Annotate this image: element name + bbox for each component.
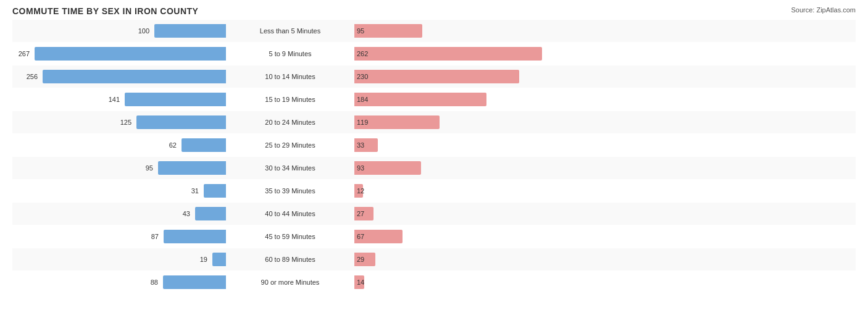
chart-area: 100 Less than 5 Minutes 95 267 5 to 9 Mi… [12, 20, 856, 275]
male-value: 31 [191, 187, 199, 195]
male-bar [204, 184, 226, 198]
left-bar-wrapper: 19 [12, 253, 228, 266]
left-bar-wrapper: 87 [12, 230, 228, 243]
female-bar [354, 93, 486, 106]
female-value: 27 [357, 210, 364, 217]
right-bar-wrapper: 12 [352, 184, 568, 198]
row-label: Less than 5 Minutes [228, 27, 352, 35]
row-label: 20 to 24 Minutes [228, 119, 352, 126]
table-row: 88 90 or more Minutes 14 [12, 271, 856, 293]
table-row: 43 40 to 44 Minutes 27 [12, 203, 856, 225]
male-bar [43, 70, 226, 83]
male-value: 43 [183, 210, 190, 217]
source-label: Source: ZipAtlas.com [791, 6, 856, 14]
female-value: 14 [357, 279, 364, 286]
table-row: 62 25 to 29 Minutes 33 [12, 134, 856, 156]
female-bar [354, 47, 542, 61]
left-bar-wrapper: 43 [12, 207, 228, 220]
male-bar [136, 115, 226, 129]
left-bar-wrapper: 95 [12, 161, 228, 175]
table-row: 141 15 to 19 Minutes 184 [12, 88, 856, 111]
male-bar [164, 230, 226, 243]
row-label: 90 or more Minutes [228, 279, 352, 286]
female-value: 95 [357, 27, 364, 35]
table-row: 125 20 to 24 Minutes 119 [12, 111, 856, 133]
row-label: 10 to 14 Minutes [228, 73, 352, 80]
table-row: 256 10 to 14 Minutes 230 [12, 65, 856, 88]
table-row: 100 Less than 5 Minutes 95 [12, 20, 856, 42]
table-row: 267 5 to 9 Minutes 262 [12, 43, 856, 65]
male-value: 256 [27, 73, 38, 80]
female-value: 230 [357, 73, 368, 80]
chart-container: COMMUTE TIME BY SEX IN IRON COUNTY Sourc… [0, 0, 868, 323]
right-bar-wrapper: 27 [352, 207, 568, 220]
row-label: 30 to 34 Minutes [228, 164, 352, 172]
female-value: 12 [357, 187, 364, 195]
male-bar [154, 24, 226, 38]
female-value: 262 [357, 50, 368, 57]
female-value: 29 [357, 256, 364, 263]
male-value: 267 [19, 50, 30, 57]
row-label: 15 to 19 Minutes [228, 96, 352, 103]
row-label: 25 to 29 Minutes [228, 141, 352, 149]
left-bar-wrapper: 256 [12, 70, 228, 83]
left-bar-wrapper: 125 [12, 115, 228, 129]
table-row: 95 30 to 34 Minutes 93 [12, 157, 856, 179]
right-bar-wrapper: 33 [352, 138, 568, 152]
right-bar-wrapper: 95 [352, 24, 568, 38]
table-row: 31 35 to 39 Minutes 12 [12, 180, 856, 202]
male-bar [182, 138, 226, 152]
female-value: 67 [357, 233, 364, 240]
male-bar [163, 275, 226, 289]
row-label: 60 to 89 Minutes [228, 256, 352, 263]
right-bar-wrapper: 14 [352, 275, 568, 289]
right-bar-wrapper: 230 [352, 70, 568, 83]
male-value: 62 [169, 141, 177, 149]
male-bar [195, 207, 226, 220]
right-bar-wrapper: 93 [352, 161, 568, 175]
left-bar-wrapper: 267 [12, 47, 228, 61]
male-value: 19 [200, 256, 207, 263]
table-row: 19 60 to 89 Minutes 29 [12, 248, 856, 271]
right-bar-wrapper: 184 [352, 93, 568, 106]
left-bar-wrapper: 88 [12, 275, 228, 289]
row-label: 5 to 9 Minutes [228, 50, 352, 57]
row-label: 35 to 39 Minutes [228, 187, 352, 195]
left-bar-wrapper: 31 [12, 184, 228, 198]
right-bar-wrapper: 262 [352, 47, 568, 61]
row-label: 45 to 59 Minutes [228, 233, 352, 240]
female-value: 119 [357, 119, 368, 126]
male-bar [125, 93, 226, 106]
right-bar-wrapper: 29 [352, 253, 568, 266]
female-bar [354, 70, 519, 83]
male-value: 87 [151, 233, 159, 240]
male-value: 88 [151, 279, 158, 286]
chart-title: COMMUTE TIME BY SEX IN IRON COUNTY [12, 6, 856, 16]
male-value: 125 [120, 119, 131, 126]
right-bar-wrapper: 119 [352, 115, 568, 129]
female-value: 184 [357, 96, 368, 103]
right-bar-wrapper: 67 [352, 230, 568, 243]
female-value: 93 [357, 164, 364, 172]
male-bar [35, 47, 226, 61]
male-value: 100 [138, 27, 149, 35]
male-value: 141 [109, 96, 120, 103]
table-row: 87 45 to 59 Minutes 67 [12, 225, 856, 248]
left-bar-wrapper: 62 [12, 138, 228, 152]
left-bar-wrapper: 100 [12, 24, 228, 38]
male-bar [158, 161, 226, 175]
male-bar [212, 253, 226, 266]
row-label: 40 to 44 Minutes [228, 210, 352, 217]
male-value: 95 [146, 164, 153, 172]
female-bar [354, 24, 422, 38]
left-bar-wrapper: 141 [12, 93, 228, 106]
female-value: 33 [357, 141, 364, 149]
